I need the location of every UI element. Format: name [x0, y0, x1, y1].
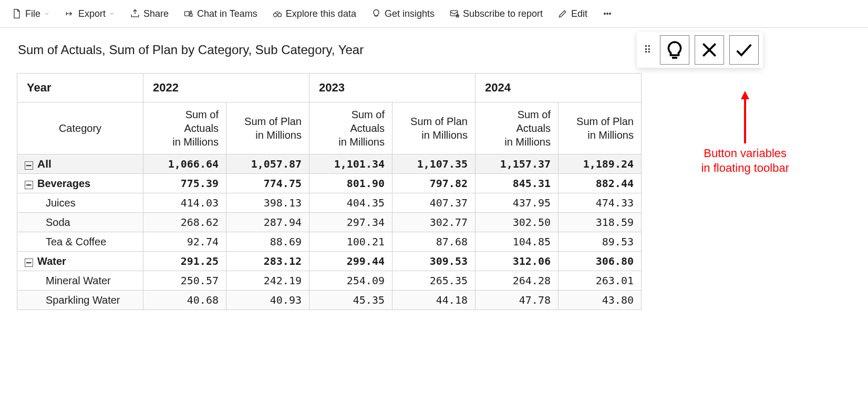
table-row[interactable]: Juices414.03398.13404.35407.37437.95474.… [17, 193, 642, 213]
cell-value[interactable]: 407.37 [392, 193, 476, 213]
more-button[interactable] [597, 6, 618, 22]
year-col-2023[interactable]: 2023 [309, 74, 476, 102]
cell-value[interactable]: 306.80 [559, 252, 642, 271]
matrix-visual[interactable]: Year 2022 2023 2024 Category Sum ofActua… [17, 73, 642, 310]
cell-value[interactable]: 100.21 [309, 232, 392, 252]
chat-teams-button[interactable]: Chat in Teams [178, 6, 263, 22]
cell-value[interactable]: 87.68 [392, 232, 476, 252]
cancel-button[interactable] [695, 35, 724, 65]
svg-point-6 [604, 13, 606, 15]
cell-value[interactable]: 404.35 [309, 193, 392, 213]
cell-value[interactable]: 1,057.87 [226, 154, 309, 174]
cell-value[interactable]: 774.75 [226, 174, 309, 193]
annotation: Button variables in floating toolbar [701, 91, 789, 175]
cell-value[interactable]: 250.57 [143, 271, 226, 291]
collapse-icon[interactable]: − [25, 259, 33, 267]
cell-value[interactable]: 312.06 [476, 252, 559, 271]
cell-value[interactable]: 40.68 [143, 291, 226, 310]
table-row[interactable]: −Beverages775.39774.75801.90797.82845.31… [17, 174, 642, 193]
svg-point-2 [273, 13, 277, 17]
subscribe-button[interactable]: Subscribe to report [444, 6, 548, 22]
ellipsis-icon [602, 8, 613, 19]
cell-value[interactable]: 398.13 [226, 193, 309, 213]
collapse-icon[interactable]: − [25, 181, 33, 189]
row-label[interactable]: Soda [17, 213, 143, 232]
cell-value[interactable]: 44.18 [392, 291, 476, 310]
cell-value[interactable]: 414.03 [143, 193, 226, 213]
table-row[interactable]: Sparkling Water40.6840.9345.3544.1847.78… [17, 291, 642, 310]
cell-value[interactable]: 309.53 [392, 252, 476, 271]
file-menu[interactable]: File [6, 6, 55, 22]
cell-value[interactable]: 882.44 [559, 174, 642, 193]
year-col-2024[interactable]: 2024 [476, 74, 642, 102]
year-header[interactable]: Year [17, 74, 143, 102]
cell-value[interactable]: 265.35 [392, 271, 476, 291]
cell-value[interactable]: 92.74 [143, 232, 226, 252]
insights-button[interactable]: Get insights [366, 6, 440, 22]
row-label[interactable]: −Beverages [17, 174, 143, 193]
cell-value[interactable]: 302.50 [476, 213, 559, 232]
cell-value[interactable]: 254.09 [309, 271, 392, 291]
cell-value[interactable]: 283.12 [226, 252, 309, 271]
cell-value[interactable]: 302.77 [392, 213, 476, 232]
cell-value[interactable]: 797.82 [392, 174, 476, 193]
cell-value[interactable]: 47.78 [476, 291, 559, 310]
cell-value[interactable]: 1,189.24 [559, 154, 642, 174]
confirm-button[interactable] [729, 35, 759, 65]
measure-header: Sum ofActualsin Millions [143, 102, 226, 154]
cell-value[interactable]: 104.85 [476, 232, 559, 252]
row-label[interactable]: Mineral Water [17, 271, 143, 291]
row-label[interactable]: Tea & Coffee [17, 232, 143, 252]
table-row[interactable]: −Water291.25283.12299.44309.53312.06306.… [17, 252, 642, 271]
cell-value[interactable]: 1,157.37 [476, 154, 559, 174]
measure-header: Sum of Planin Millions [226, 102, 309, 154]
row-label[interactable]: −All [17, 154, 143, 174]
explore-button[interactable]: Explore this data [267, 6, 361, 22]
cell-value[interactable]: 437.95 [476, 193, 559, 213]
cell-value[interactable]: 845.31 [476, 174, 559, 193]
explore-label: Explore this data [286, 8, 356, 19]
table-row[interactable]: Tea & Coffee92.7488.69100.2187.68104.858… [17, 232, 642, 252]
cell-value[interactable]: 40.93 [226, 291, 309, 310]
chevron-down-icon [109, 11, 115, 17]
top-toolbar: File Export Share Chat in Teams Explore … [0, 0, 868, 28]
svg-rect-0 [185, 12, 189, 16]
share-button[interactable]: Share [125, 6, 174, 22]
cell-value[interactable]: 268.62 [143, 213, 226, 232]
row-label[interactable]: Juices [17, 193, 143, 213]
year-col-2022[interactable]: 2022 [143, 74, 309, 102]
row-label[interactable]: −Water [17, 252, 143, 271]
cell-value[interactable]: 297.34 [309, 213, 392, 232]
pencil-icon [557, 8, 568, 19]
table-row[interactable]: Mineral Water250.57242.19254.09265.35264… [17, 271, 642, 291]
cell-value[interactable]: 43.80 [559, 291, 642, 310]
table-row[interactable]: −All1,066.641,057.871,101.341,107.351,15… [17, 154, 642, 174]
cell-value[interactable]: 89.53 [559, 232, 642, 252]
drag-handle-icon[interactable]: ⠿ [641, 35, 655, 65]
cell-value[interactable]: 318.59 [559, 213, 642, 232]
cell-value[interactable]: 264.28 [476, 271, 559, 291]
cell-value[interactable]: 88.69 [226, 232, 309, 252]
cell-value[interactable]: 1,066.64 [143, 154, 226, 174]
collapse-icon[interactable]: − [25, 161, 33, 170]
cell-value[interactable]: 1,107.35 [392, 154, 476, 174]
cell-value[interactable]: 775.39 [143, 174, 226, 193]
cell-value[interactable]: 287.94 [226, 213, 309, 232]
file-icon [12, 8, 22, 19]
cell-value[interactable]: 299.44 [309, 252, 392, 271]
share-icon [130, 8, 140, 19]
row-label[interactable]: Sparkling Water [17, 291, 143, 310]
category-header[interactable]: Category [17, 102, 143, 154]
table-row[interactable]: Soda268.62287.94297.34302.77302.50318.59 [17, 213, 642, 232]
cell-value[interactable]: 801.90 [309, 174, 392, 193]
cell-value[interactable]: 263.01 [559, 271, 642, 291]
cell-value[interactable]: 474.33 [559, 193, 642, 213]
smart-narrative-button[interactable] [660, 35, 689, 65]
cell-value[interactable]: 1,101.34 [309, 154, 392, 174]
edit-label: Edit [571, 8, 587, 19]
edit-button[interactable]: Edit [552, 6, 593, 22]
cell-value[interactable]: 242.19 [226, 271, 309, 291]
cell-value[interactable]: 291.25 [143, 252, 226, 271]
cell-value[interactable]: 45.35 [309, 291, 392, 310]
export-menu[interactable]: Export [59, 6, 120, 22]
